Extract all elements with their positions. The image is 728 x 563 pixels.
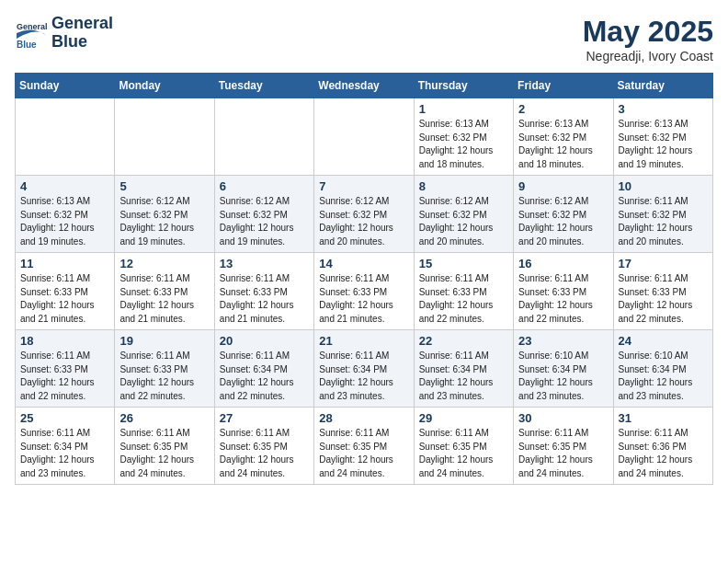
day-info: Sunrise: 6:12 AMSunset: 6:32 PMDaylight:… [419,195,508,248]
day-number: 14 [319,257,408,270]
day-info: Sunrise: 6:11 AMSunset: 6:34 PMDaylight:… [220,350,309,403]
calendar-cell: 21Sunrise: 6:11 AMSunset: 6:34 PMDayligh… [314,330,414,408]
header-friday: Friday [514,74,613,98]
day-info: Sunrise: 6:11 AMSunset: 6:33 PMDaylight:… [220,272,309,326]
svg-text:Blue: Blue [17,40,37,50]
header-tuesday: Tuesday [214,74,313,98]
day-info: Sunrise: 6:11 AMSunset: 6:33 PMDaylight:… [518,272,608,326]
calendar-cell: 20Sunrise: 6:11 AMSunset: 6:34 PMDayligh… [214,330,313,408]
day-number: 5 [119,179,209,193]
day-number: 18 [20,334,109,348]
calendar-week-row: 25Sunrise: 6:11 AMSunset: 6:34 PMDayligh… [16,408,713,485]
day-info: Sunrise: 6:13 AMSunset: 6:32 PMDaylight:… [518,118,608,171]
calendar-cell: 22Sunrise: 6:11 AMSunset: 6:34 PMDayligh… [414,330,513,408]
month-year: May 2025 [583,15,713,49]
calendar-cell: 18Sunrise: 6:11 AMSunset: 6:33 PMDayligh… [16,330,115,408]
header-wednesday: Wednesday [314,74,414,98]
day-number: 12 [119,257,209,270]
header-saturday: Saturday [613,74,712,98]
day-number: 10 [619,179,708,193]
calendar-cell: 30Sunrise: 6:11 AMSunset: 6:35 PMDayligh… [514,408,613,485]
day-info: Sunrise: 6:11 AMSunset: 6:36 PMDaylight:… [619,427,708,480]
calendar-cell: 10Sunrise: 6:11 AMSunset: 6:32 PMDayligh… [613,176,712,253]
day-number: 7 [319,179,408,193]
day-number: 9 [518,179,608,193]
calendar-body: 1Sunrise: 6:13 AMSunset: 6:32 PMDaylight… [16,98,713,485]
calendar-week-row: 4Sunrise: 6:13 AMSunset: 6:32 PMDaylight… [16,176,713,253]
calendar-cell: 17Sunrise: 6:11 AMSunset: 6:33 PMDayligh… [613,253,712,330]
day-info: Sunrise: 6:11 AMSunset: 6:35 PMDaylight:… [319,427,408,480]
calendar-cell: 27Sunrise: 6:11 AMSunset: 6:35 PMDayligh… [214,408,313,485]
calendar-cell: 29Sunrise: 6:11 AMSunset: 6:35 PMDayligh… [414,408,513,485]
day-info: Sunrise: 6:11 AMSunset: 6:35 PMDaylight:… [119,427,209,480]
calendar-cell [16,98,115,176]
calendar-cell: 5Sunrise: 6:12 AMSunset: 6:32 PMDaylight… [115,176,214,253]
day-info: Sunrise: 6:11 AMSunset: 6:35 PMDaylight:… [220,427,309,480]
location: Negreadji, Ivory Coast [583,49,713,63]
day-info: Sunrise: 6:11 AMSunset: 6:33 PMDaylight:… [319,272,408,326]
day-info: Sunrise: 6:11 AMSunset: 6:34 PMDaylight:… [419,350,508,403]
day-number: 24 [619,334,708,348]
day-info: Sunrise: 6:10 AMSunset: 6:34 PMDaylight:… [518,350,608,403]
calendar-cell: 25Sunrise: 6:11 AMSunset: 6:34 PMDayligh… [16,408,115,485]
day-number: 25 [20,411,109,425]
weekday-header-row: Sunday Monday Tuesday Wednesday Thursday… [16,74,713,98]
calendar-cell: 14Sunrise: 6:11 AMSunset: 6:33 PMDayligh… [314,253,414,330]
calendar-cell: 26Sunrise: 6:11 AMSunset: 6:35 PMDayligh… [115,408,214,485]
calendar-cell [115,98,214,176]
day-info: Sunrise: 6:11 AMSunset: 6:34 PMDaylight:… [319,350,408,403]
header-monday: Monday [115,74,214,98]
calendar-cell: 8Sunrise: 6:12 AMSunset: 6:32 PMDaylight… [414,176,513,253]
calendar-cell: 6Sunrise: 6:12 AMSunset: 6:32 PMDaylight… [214,176,313,253]
day-info: Sunrise: 6:13 AMSunset: 6:32 PMDaylight:… [20,195,109,248]
day-number: 27 [220,411,309,425]
day-info: Sunrise: 6:11 AMSunset: 6:35 PMDaylight:… [518,427,608,480]
calendar-header: Sunday Monday Tuesday Wednesday Thursday… [16,74,713,98]
logo: General Blue General Blue [15,15,113,52]
day-info: Sunrise: 6:12 AMSunset: 6:32 PMDaylight:… [518,195,608,248]
day-number: 29 [419,411,508,425]
calendar-cell: 9Sunrise: 6:12 AMSunset: 6:32 PMDaylight… [514,176,613,253]
day-number: 3 [619,102,708,116]
calendar-cell: 16Sunrise: 6:11 AMSunset: 6:33 PMDayligh… [514,253,613,330]
day-info: Sunrise: 6:11 AMSunset: 6:33 PMDaylight:… [119,272,209,326]
day-info: Sunrise: 6:11 AMSunset: 6:33 PMDaylight:… [619,272,708,326]
day-info: Sunrise: 6:11 AMSunset: 6:33 PMDaylight:… [20,350,109,403]
calendar-week-row: 1Sunrise: 6:13 AMSunset: 6:32 PMDaylight… [16,98,713,176]
calendar-cell: 24Sunrise: 6:10 AMSunset: 6:34 PMDayligh… [613,330,712,408]
calendar-cell: 28Sunrise: 6:11 AMSunset: 6:35 PMDayligh… [314,408,414,485]
calendar-week-row: 18Sunrise: 6:11 AMSunset: 6:33 PMDayligh… [16,330,713,408]
day-number: 1 [419,102,508,116]
day-number: 8 [419,179,508,193]
svg-text:General: General [17,22,48,31]
calendar-cell [314,98,414,176]
day-number: 22 [419,334,508,348]
header-sunday: Sunday [16,74,115,98]
calendar-cell: 11Sunrise: 6:11 AMSunset: 6:33 PMDayligh… [16,253,115,330]
page-header: General Blue General Blue May 2025 Negre… [15,15,713,63]
calendar-cell: 12Sunrise: 6:11 AMSunset: 6:33 PMDayligh… [115,253,214,330]
calendar-cell: 3Sunrise: 6:13 AMSunset: 6:32 PMDaylight… [613,98,712,176]
title-block: May 2025 Negreadji, Ivory Coast [583,15,713,63]
day-number: 20 [220,334,309,348]
day-number: 31 [619,411,708,425]
calendar-week-row: 11Sunrise: 6:11 AMSunset: 6:33 PMDayligh… [16,253,713,330]
day-info: Sunrise: 6:11 AMSunset: 6:33 PMDaylight:… [119,350,209,403]
day-number: 16 [518,257,608,270]
day-number: 30 [518,411,608,425]
day-number: 11 [20,257,109,270]
calendar-table: Sunday Monday Tuesday Wednesday Thursday… [15,73,713,485]
day-number: 2 [518,102,608,116]
logo-text: General Blue [51,15,113,52]
day-info: Sunrise: 6:10 AMSunset: 6:34 PMDaylight:… [619,350,708,403]
day-info: Sunrise: 6:13 AMSunset: 6:32 PMDaylight:… [619,118,708,171]
day-number: 26 [119,411,209,425]
calendar-cell: 23Sunrise: 6:10 AMSunset: 6:34 PMDayligh… [514,330,613,408]
logo-icon: General Blue [15,17,48,50]
day-info: Sunrise: 6:11 AMSunset: 6:35 PMDaylight:… [419,427,508,480]
calendar-cell: 13Sunrise: 6:11 AMSunset: 6:33 PMDayligh… [214,253,313,330]
calendar-cell: 4Sunrise: 6:13 AMSunset: 6:32 PMDaylight… [16,176,115,253]
calendar-cell: 31Sunrise: 6:11 AMSunset: 6:36 PMDayligh… [613,408,712,485]
day-info: Sunrise: 6:12 AMSunset: 6:32 PMDaylight:… [119,195,209,248]
day-info: Sunrise: 6:13 AMSunset: 6:32 PMDaylight:… [419,118,508,171]
